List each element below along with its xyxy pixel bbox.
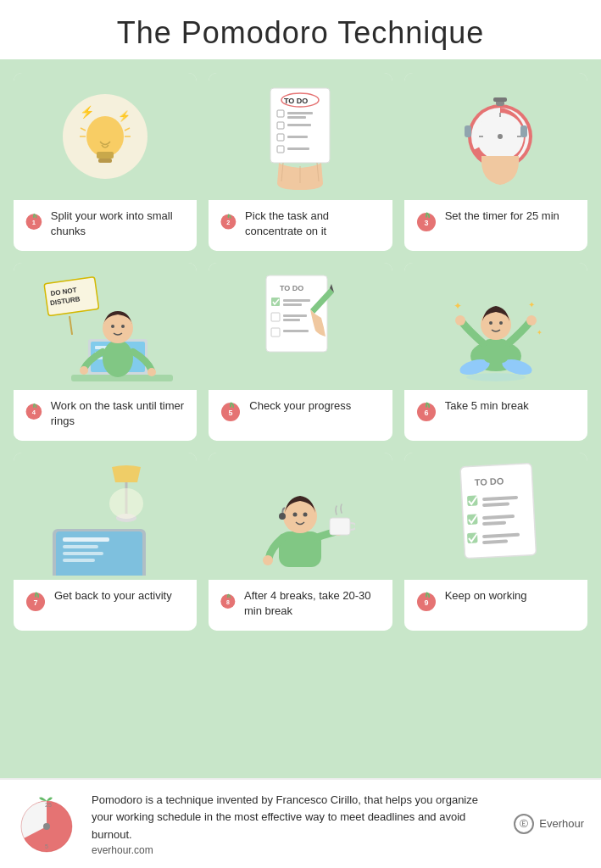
svg-rect-61 xyxy=(283,303,302,306)
svg-text:9: 9 xyxy=(424,598,428,607)
svg-point-75 xyxy=(499,321,503,325)
svg-point-100 xyxy=(303,513,308,517)
footer-info: Pomodoro is a technique invented by Fran… xyxy=(92,792,498,856)
svg-rect-64 xyxy=(283,319,300,321)
svg-line-5 xyxy=(81,128,86,131)
svg-text:4: 4 xyxy=(32,409,36,416)
step-card-3: 3 Set the timer for 25 min xyxy=(404,73,587,251)
svg-text:⚡: ⚡ xyxy=(80,105,95,120)
step-image-3 xyxy=(404,73,587,200)
svg-rect-90 xyxy=(63,545,98,548)
svg-text:1: 1 xyxy=(32,219,36,226)
svg-text:5: 5 xyxy=(45,843,48,849)
step-card-1: ⚡ ⚡ xyxy=(14,73,197,251)
svg-text:5: 5 xyxy=(229,409,233,417)
step-card-6: ✦ ✦ ✦ 6 Take 5 min break xyxy=(404,263,587,441)
svg-text:✦: ✦ xyxy=(528,300,535,309)
svg-rect-63 xyxy=(283,314,307,317)
svg-text:TO DO: TO DO xyxy=(284,97,308,105)
main-content: ⚡ ⚡ xyxy=(0,59,601,778)
svg-rect-89 xyxy=(63,537,109,542)
tomato-badge-4: 4 xyxy=(24,398,44,422)
tomato-badge-1: 1 xyxy=(24,209,44,232)
step-label-3: 3 Set the timer for 25 min xyxy=(404,200,587,251)
step-image-9: TO DO xyxy=(404,453,587,580)
svg-rect-59 xyxy=(271,298,280,306)
svg-line-42 xyxy=(70,316,72,335)
step-image-4: DO NOT DISTURB xyxy=(14,263,197,390)
svg-rect-102 xyxy=(330,518,350,535)
step-row-2: DO NOT DISTURB xyxy=(14,263,587,441)
svg-line-7 xyxy=(125,128,130,131)
svg-point-51 xyxy=(111,325,114,328)
svg-text:⚡: ⚡ xyxy=(118,109,131,122)
svg-text:3: 3 xyxy=(424,219,428,227)
svg-rect-60 xyxy=(283,299,310,302)
svg-point-98 xyxy=(279,513,286,520)
svg-point-74 xyxy=(489,321,492,325)
bulb-illustration: ⚡ ⚡ xyxy=(63,94,147,179)
svg-point-52 xyxy=(121,325,125,328)
svg-rect-33 xyxy=(493,97,507,102)
step-text-1: Split your work into small chunks xyxy=(51,209,187,238)
svg-text:2: 2 xyxy=(227,219,231,226)
step-image-1: ⚡ ⚡ xyxy=(14,73,197,200)
step-label-2: 2 Pick the task and concentrate on it xyxy=(209,200,392,251)
step-image-6: ✦ ✦ ✦ xyxy=(404,263,587,390)
tomato-badge-3: 3 xyxy=(415,209,438,232)
progress-illustration: TO DO xyxy=(249,267,351,386)
timer-illustration xyxy=(449,81,543,192)
step-label-8: 8 After 4 breaks, take 20-30 min break xyxy=(209,580,392,631)
step-text-8: After 4 breaks, take 20-30 min break xyxy=(244,588,382,618)
svg-point-103 xyxy=(263,555,273,565)
page-title: The Pomodoro Technique xyxy=(117,0,485,59)
svg-point-86 xyxy=(109,488,143,519)
step-text-9: Keep on working xyxy=(445,588,527,604)
step-row-1: ⚡ ⚡ xyxy=(14,73,587,251)
step-card-9: TO DO xyxy=(404,453,587,631)
svg-text:✦: ✦ xyxy=(454,300,462,312)
mug-illustration xyxy=(245,457,355,576)
svg-point-99 xyxy=(293,513,298,517)
step-card-8: 8 After 4 breaks, take 20-30 min break xyxy=(209,453,392,631)
svg-text:TO DO: TO DO xyxy=(280,284,303,292)
footer-tomato-icon: 25 5 xyxy=(17,794,76,854)
step-text-7: Get back to your activity xyxy=(54,588,172,604)
svg-text:7: 7 xyxy=(33,598,37,607)
svg-text:6: 6 xyxy=(424,409,428,417)
step-text-3: Set the timer for 25 min xyxy=(445,209,559,224)
footer-brand: Ⓔ Everhour xyxy=(514,814,584,834)
todo-large-illustration: TO DO xyxy=(445,457,547,576)
svg-point-76 xyxy=(455,315,465,326)
svg-point-2 xyxy=(86,116,124,157)
step-text-2: Pick the task and concentrate on it xyxy=(245,209,382,238)
svg-rect-3 xyxy=(97,152,114,159)
step-text-4: Work on the task until timer rings xyxy=(51,398,187,428)
footer: 25 5 Pomodoro is a technique invented by… xyxy=(0,778,601,868)
step-label-5: 5 Check your progress xyxy=(209,390,392,441)
svg-point-77 xyxy=(526,315,537,326)
svg-rect-16 xyxy=(287,116,306,119)
tomato-badge-9: 9 xyxy=(415,588,438,612)
svg-rect-22 xyxy=(287,147,309,150)
step-label-7: 7 Get back to your activity xyxy=(14,580,197,631)
step-image-5: TO DO xyxy=(209,263,392,390)
svg-point-121 xyxy=(43,823,50,830)
tomato-badge-5: 5 xyxy=(219,398,242,422)
svg-point-36 xyxy=(498,134,503,139)
step-card-4: DO NOT DISTURB xyxy=(14,263,197,441)
svg-text:TO DO: TO DO xyxy=(474,476,504,487)
svg-rect-91 xyxy=(63,552,103,555)
step-card-5: TO DO xyxy=(209,263,392,441)
svg-point-49 xyxy=(103,340,133,377)
footer-description: Pomodoro is a technique invented by Fran… xyxy=(92,792,498,844)
meditate-illustration: ✦ ✦ ✦ xyxy=(437,267,555,386)
svg-rect-34 xyxy=(465,125,471,137)
svg-rect-35 xyxy=(520,125,527,137)
laptop-illustration xyxy=(37,457,173,576)
footer-url: everhour.com xyxy=(92,844,498,856)
step-text-6: Take 5 min break xyxy=(445,398,529,414)
step-label-4: 4 Work on the task until timer rings xyxy=(14,390,197,441)
svg-text:25: 25 xyxy=(45,802,52,808)
svg-rect-15 xyxy=(287,112,313,114)
